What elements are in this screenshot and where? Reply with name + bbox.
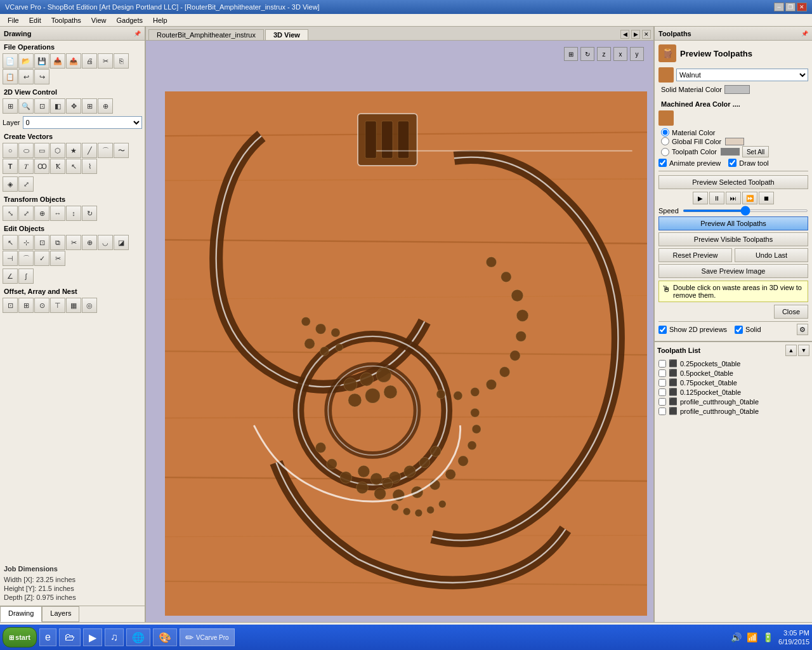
zoom-prev-button[interactable]: ◧	[50, 98, 65, 114]
menu-file[interactable]: File	[3, 16, 24, 25]
menu-edit[interactable]: Edit	[24, 16, 46, 25]
drawing-tab[interactable]: Drawing	[0, 606, 42, 622]
view-x-icon[interactable]: x	[613, 47, 627, 61]
join-button[interactable]: ⌒	[18, 251, 34, 266]
menu-help[interactable]: Help	[148, 16, 173, 25]
tab-close-button[interactable]: ✕	[642, 30, 651, 39]
weld-button[interactable]: ⊕	[82, 235, 97, 250]
set-all-button[interactable]: Set All	[742, 146, 769, 157]
restore-button[interactable]: ❐	[785, 3, 796, 11]
group-select-button[interactable]: ⊡	[34, 235, 49, 250]
view-iso-icon[interactable]: z	[597, 47, 611, 61]
arc-button[interactable]: ⌒	[98, 143, 113, 158]
solid-material-swatch[interactable]	[724, 85, 750, 94]
extend-button[interactable]: ⊣	[3, 251, 18, 266]
stop-button[interactable]: ⏹	[759, 192, 774, 204]
offset-button[interactable]: ⊡	[3, 298, 18, 313]
toolpath-color-radio[interactable]	[661, 148, 669, 156]
trim-button[interactable]: ✂	[66, 235, 81, 250]
tp-check-5[interactable]	[658, 398, 666, 406]
save-file-button[interactable]: 💾	[34, 53, 49, 69]
tp-check-1[interactable]	[658, 360, 666, 368]
tp-check-2[interactable]	[658, 369, 666, 377]
print-button[interactable]: 🖨	[82, 53, 97, 69]
preview-visible-button[interactable]: Preview Visible Toolpaths	[658, 232, 808, 246]
menu-gadgets[interactable]: Gadgets	[111, 16, 148, 25]
copy-button[interactable]: ⎘	[114, 53, 129, 69]
start-button[interactable]: ⊞ start	[3, 627, 37, 647]
bezier-button[interactable]: ⌇	[82, 159, 97, 174]
node-sel-button[interactable]: ⊹	[18, 235, 34, 250]
toolpath-item-1[interactable]: ⬛ 0.25pockets_0table	[657, 359, 809, 368]
tab-prev-button[interactable]: ◀	[620, 30, 629, 39]
zoom-in-button[interactable]: 🔍	[18, 98, 34, 114]
close-button[interactable]: ✕	[797, 3, 807, 11]
zoom-extents-icon[interactable]: ⊞	[564, 47, 578, 61]
solid-check[interactable]	[735, 326, 743, 334]
toolpath-item-6[interactable]: ⬛ profile_cutthrough_0table	[657, 406, 809, 416]
text-warp-button[interactable]: Ꝁ	[50, 159, 65, 174]
nest-button[interactable]: ⊙	[34, 298, 49, 313]
preview-all-button[interactable]: Preview All Toolpaths	[658, 216, 808, 230]
material-select[interactable]: Walnut Oak Pine Maple	[676, 69, 808, 81]
center-button[interactable]: ⊕	[34, 206, 49, 221]
play-button[interactable]: ▶	[693, 192, 708, 204]
size-button[interactable]: ⤢	[18, 206, 34, 221]
text-curved-button[interactable]: 𝑇	[18, 159, 34, 174]
tab-next-button[interactable]: ▶	[631, 30, 640, 39]
panel-pin-icon[interactable]: 📌	[134, 30, 141, 37]
speed-slider[interactable]	[683, 209, 808, 212]
rotate-button[interactable]: ↻	[82, 206, 97, 221]
pointer-button[interactable]: ↖	[66, 159, 81, 174]
copy-placement-button[interactable]: ⧉	[50, 235, 65, 250]
linear-array-button[interactable]: ▦	[66, 298, 81, 313]
pause-button[interactable]: ⏸	[709, 192, 724, 204]
3d-view-tab[interactable]: 3D View	[265, 29, 308, 40]
flip-v-button[interactable]: ↕	[66, 206, 81, 221]
taskbar-music-button[interactable]: ♫	[105, 628, 124, 646]
toolpath-color-swatch[interactable]	[721, 148, 740, 156]
node-edit-button[interactable]: ◈	[3, 176, 18, 192]
pan-button[interactable]: ✥	[66, 98, 81, 114]
taskbar-media-button[interactable]: ▶	[83, 628, 102, 646]
export-button[interactable]: 📤	[66, 53, 81, 69]
tp-check-6[interactable]	[658, 408, 666, 415]
spline-button[interactable]: ∫	[18, 269, 34, 284]
taskbar-ie-button[interactable]: e	[39, 628, 56, 646]
toolpath-item-3[interactable]: ⬛ 0.75pocket_0table	[657, 378, 809, 387]
taskbar-vcarve-button[interactable]: ✏ VCarve Pro	[180, 628, 235, 646]
scissors2-button[interactable]: ✂	[50, 251, 65, 266]
align-button[interactable]: ⊤	[50, 298, 65, 313]
line-button[interactable]: ╱	[82, 143, 97, 158]
text-path-button[interactable]: Ꝏ	[34, 159, 49, 174]
animate-preview-check[interactable]	[658, 159, 667, 167]
select-button[interactable]: ↖	[3, 235, 18, 250]
grid-button[interactable]: ⊞	[82, 98, 97, 114]
skip-forward-button[interactable]: ⏭	[726, 192, 741, 204]
material-color-radio[interactable]	[661, 128, 669, 136]
right-panel-pin[interactable]: 📌	[801, 30, 808, 37]
global-fill-swatch[interactable]	[725, 138, 744, 145]
rotate-view-icon[interactable]: ↻	[580, 47, 594, 61]
taskbar-browser-button[interactable]: 🌐	[126, 628, 150, 646]
close-button[interactable]: Close	[774, 305, 808, 319]
layer-select[interactable]: 0	[23, 116, 142, 129]
text-button[interactable]: T	[3, 159, 18, 174]
move-button[interactable]: ⤡	[3, 206, 18, 221]
zoom-fit-button[interactable]: ⊞	[3, 98, 18, 114]
menu-view[interactable]: View	[86, 16, 112, 25]
star-button[interactable]: ★	[66, 143, 81, 158]
layers-tab[interactable]: Layers	[42, 606, 79, 622]
scissors-button[interactable]: ✂	[98, 53, 113, 69]
circle-button[interactable]: ○	[3, 143, 18, 158]
transform2-button[interactable]: ⤢	[18, 176, 34, 192]
paste-button[interactable]: 📋	[3, 69, 18, 84]
save-preview-button[interactable]: Save Preview Image	[658, 264, 808, 278]
toolpath-item-2[interactable]: ⬛ 0.5pocket_0table	[657, 368, 809, 378]
toolpath-item-4[interactable]: ⬛ 0.125pocket_0table	[657, 387, 809, 397]
view-y-icon[interactable]: y	[630, 47, 644, 61]
drawing-view-tab[interactable]: RouterBit_Amphitheater_instrux	[148, 29, 264, 40]
global-fill-radio[interactable]	[661, 137, 669, 145]
minimize-button[interactable]: –	[774, 3, 784, 11]
tp-check-3[interactable]	[658, 379, 666, 387]
